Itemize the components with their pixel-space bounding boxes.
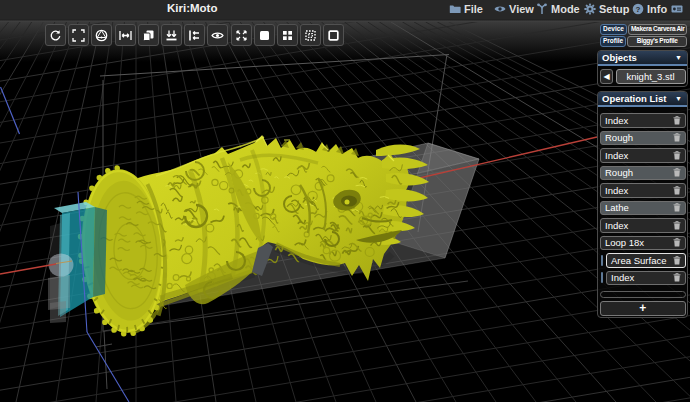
svg-text:?: ?	[636, 5, 641, 14]
